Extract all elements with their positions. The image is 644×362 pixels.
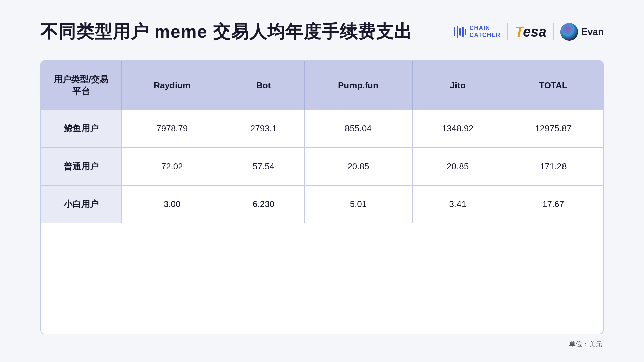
chain-catcher-icon [452,25,467,39]
svg-rect-4 [465,29,466,35]
chain-catcher-text: CHAIN CATCHER [469,25,501,39]
cell-bot-0: 2793.1 [223,110,304,147]
svg-rect-0 [454,27,455,36]
cell-jito-0: 1348.92 [412,110,503,147]
col-header-jito: Jito [412,61,503,110]
col-header-raydium: Raydium [121,61,223,110]
cell-raydium-2: 3.00 [121,185,223,223]
col-header-pumpfun: Pump.fun [304,61,413,110]
cell-raydium-1: 72.02 [121,147,223,185]
cell-total-1: 171.28 [503,147,603,185]
cell-bot-1: 57.54 [223,147,304,185]
avatar [560,23,578,41]
col-header-total: TOTAL [503,61,603,110]
tesa-logo: Tesa [515,24,546,40]
page-wrapper: 不同类型用户 meme 交易人均年度手续费支出 [0,0,644,362]
cell-user-type-0: 鲸鱼用户 [41,110,121,147]
table-container: 用户类型/交易平台 Raydium Bot Pump.fun Jito TOTA… [40,60,604,334]
cell-total-2: 17.67 [503,185,603,223]
chain-text: CHAIN [469,25,501,32]
cell-raydium-0: 7978.79 [121,110,223,147]
cell-jito-2: 3.41 [412,185,503,223]
cell-bot-2: 6.230 [223,185,304,223]
chain-catcher-logo: CHAIN CATCHER [452,25,501,39]
svg-rect-2 [459,28,461,36]
table-row: 小白用户 3.00 6.230 5.01 3.41 17.67 [41,185,603,223]
cell-pumpfun-1: 20.85 [304,147,413,185]
cell-jito-1: 20.85 [412,147,503,185]
evan-logo: Evan [560,23,604,41]
logo-divider-1 [507,23,508,40]
table-header: 用户类型/交易平台 Raydium Bot Pump.fun Jito TOTA… [41,61,603,110]
table-row: 普通用户 72.02 57.54 20.85 20.85 171.28 [41,147,603,185]
evan-name: Evan [581,26,604,37]
cell-user-type-2: 小白用户 [41,185,121,223]
catcher-text: CATCHER [469,32,501,39]
tesa-t: T [515,24,523,40]
logo-divider-2 [553,23,554,40]
cell-total-0: 12975.87 [503,110,603,147]
header: 不同类型用户 meme 交易人均年度手续费支出 [40,20,604,44]
tesa-text: Tesa [515,24,546,40]
table-body: 鲸鱼用户 7978.79 2793.1 855.04 1348.92 12975… [41,110,603,223]
unit-label: 单位：美元 [40,340,604,349]
svg-rect-1 [457,26,458,38]
header-row: 用户类型/交易平台 Raydium Bot Pump.fun Jito TOTA… [41,61,603,110]
page-title: 不同类型用户 meme 交易人均年度手续费支出 [40,20,412,44]
data-table: 用户类型/交易平台 Raydium Bot Pump.fun Jito TOTA… [41,61,603,223]
cell-user-type-1: 普通用户 [41,147,121,185]
avatar-image [560,23,578,41]
logo-area: CHAIN CATCHER Tesa Evan [452,23,604,41]
col-header-bot: Bot [223,61,304,110]
table-row: 鲸鱼用户 7978.79 2793.1 855.04 1348.92 12975… [41,110,603,147]
col-header-user-type: 用户类型/交易平台 [41,61,121,110]
cell-pumpfun-0: 855.04 [304,110,413,147]
svg-rect-3 [462,27,464,37]
cell-pumpfun-2: 5.01 [304,185,413,223]
